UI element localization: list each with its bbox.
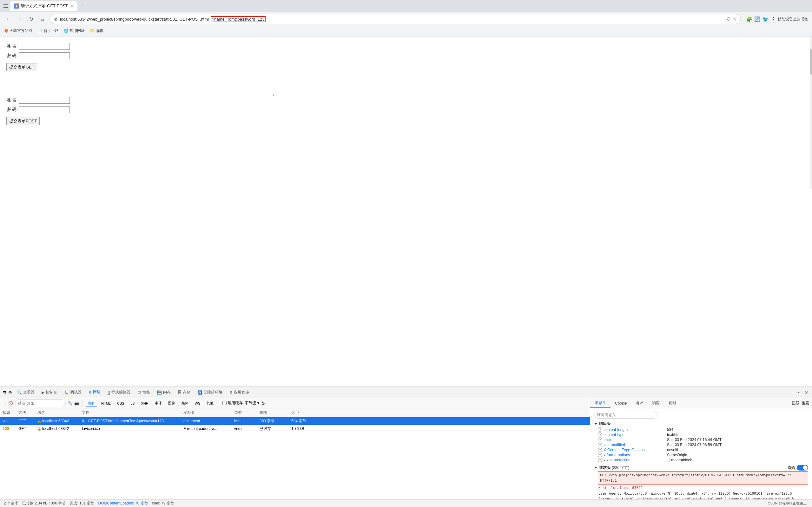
- submit-post-button[interactable]: 提交表单POST: [6, 117, 40, 125]
- devtools-more-button[interactable]: ⋯: [795, 389, 802, 396]
- get-name-input[interactable]: [19, 43, 70, 50]
- filter-xhr[interactable]: XHR: [139, 400, 150, 406]
- details-tab-headers[interactable]: 消息头: [590, 398, 610, 408]
- response-headers-section: ▼ 响应头 ? content-length: 584 ? content-ty…: [594, 421, 808, 462]
- filter-ws[interactable]: WS: [193, 400, 203, 406]
- reload-button[interactable]: ↻: [27, 14, 36, 23]
- browser-menu-icon[interactable]: [3, 3, 9, 9]
- permission-icon[interactable]: 🛡: [726, 16, 731, 21]
- get-password-input[interactable]: [19, 52, 70, 59]
- help-icon-date[interactable]: ?: [598, 438, 602, 442]
- sync-icon[interactable]: 🔄: [754, 16, 761, 22]
- address-bar[interactable]: localhost:63342/web_project/springboot-w…: [50, 14, 741, 24]
- devtools-tab-style-editor[interactable]: {} 样式编辑器: [104, 388, 134, 397]
- forward-button[interactable]: →: [15, 14, 24, 23]
- help-icon-content-type[interactable]: ?: [598, 433, 602, 437]
- pause-recording-icon[interactable]: ⏸: [3, 401, 6, 405]
- debugger-icon: 🐛: [64, 390, 69, 395]
- details-tab-timing[interactable]: 耗时: [664, 398, 680, 408]
- url-filter-input[interactable]: [15, 399, 66, 407]
- response-headers-toggle[interactable]: ▼ 响应头: [594, 421, 808, 427]
- filter-media[interactable]: 媒体: [179, 400, 191, 406]
- page-scrollbar-thumb[interactable]: [810, 49, 812, 74]
- submit-get-button[interactable]: 提交表单GET: [6, 63, 37, 71]
- settings-icon[interactable]: ⚙: [261, 401, 265, 406]
- devtools-tab-accessibility[interactable]: ♿ 无障碍环境: [194, 388, 225, 397]
- help-icon-last-modified[interactable]: ?: [598, 443, 602, 447]
- home-button[interactable]: ⌂: [38, 14, 47, 23]
- help-icon-xxss[interactable]: ?: [598, 458, 602, 462]
- bookmark-newbie[interactable]: 📄 新手上路: [38, 28, 58, 34]
- filter-font[interactable]: 字体: [153, 400, 164, 406]
- disable-cache-checkbox[interactable]: 禁用缓存: [222, 400, 243, 406]
- details-tab-request[interactable]: 请求: [631, 398, 648, 408]
- devtools-tab-application[interactable]: ⊞ 应用程序: [226, 388, 252, 397]
- url-highlight: ?name=Tom&password=123: [211, 16, 266, 22]
- devtools-tab-storage[interactable]: 🗄 存储: [174, 388, 194, 397]
- dom-loaded-link[interactable]: DOMContentLoaded: 70 毫秒: [98, 501, 148, 506]
- devtools-close-button[interactable]: ✕: [803, 389, 809, 396]
- tab-close-button[interactable]: ✕: [70, 3, 73, 9]
- resend-label[interactable]: 重发: [802, 400, 809, 406]
- network-row-favicon[interactable]: 200 GET 🔒 localhost:63342 favicon.ico Fa…: [0, 425, 590, 433]
- accessibility-icon: ♿: [197, 390, 202, 395]
- filter-other[interactable]: 其他: [204, 400, 216, 406]
- help-icon-xcto[interactable]: ?: [598, 448, 602, 452]
- bookmark-coding[interactable]: 📁 编程: [90, 28, 103, 34]
- throttle-label[interactable]: 不节流 ▾: [245, 400, 259, 406]
- filter-html[interactable]: HTML: [99, 400, 113, 406]
- search-requests-icon[interactable]: 🔍: [67, 401, 72, 405]
- devtools-tab-inspector[interactable]: 🔍 查看器: [14, 388, 38, 397]
- spacer: ●: [6, 78, 806, 87]
- page-content: 姓 名: 密 码: 提交表单GET ● 姓 名: 密 码: 提交表单POST: [0, 37, 812, 189]
- get-password-row: 密 码:: [6, 52, 806, 59]
- filter-all[interactable]: 所有: [86, 400, 97, 406]
- twitter-icon[interactable]: 🐦: [762, 16, 769, 22]
- help-icon-content-length[interactable]: ?: [598, 428, 602, 432]
- post-name-input[interactable]: [19, 97, 70, 104]
- menu-dots-icon[interactable]: ⋮: [771, 16, 776, 22]
- req-header-accept: Accept: text/html,application/xhtml+xml,…: [599, 496, 808, 499]
- filter-js[interactable]: JS: [129, 400, 137, 406]
- devtools-tab-network[interactable]: ⇅ 网络: [85, 388, 104, 397]
- row1-type: html: [233, 419, 258, 423]
- devtools-tab-performance[interactable]: ⏱ 性能: [134, 388, 153, 397]
- row2-type: vnd.mi...: [233, 427, 258, 431]
- devtools-dock-icon[interactable]: ⊟: [3, 390, 6, 395]
- request-line-highlight: GET /web_project/springboot-web-quicksta…: [598, 471, 808, 485]
- extensions-icon[interactable]: 🧩: [746, 16, 752, 22]
- network-row-get-post[interactable]: 200 GET 🔒 localhost:63342 01. GET-POST.h…: [0, 417, 590, 425]
- raw-toggle-switch[interactable]: [797, 465, 808, 470]
- row2-method: GET: [17, 427, 36, 431]
- devtools-tab-bar: ⊟ ⊕ 🔍 查看器 ▶ 控制台 🐛 调试器 ⇅ 网络 {} 样式编辑器 ⏱ 性能…: [0, 387, 812, 398]
- back-button[interactable]: ←: [4, 14, 13, 23]
- camera-snapshot-icon[interactable]: 📷: [74, 401, 79, 405]
- bookmark-common[interactable]: 🌐 常用网址: [64, 28, 85, 34]
- post-password-input[interactable]: [19, 106, 70, 113]
- bookmark-star-icon[interactable]: ☆: [733, 16, 737, 21]
- active-tab[interactable]: 请求方式演示-GET-POST ✕: [10, 1, 78, 11]
- help-icon-xfo[interactable]: ?: [598, 453, 602, 457]
- filter-image[interactable]: 图像: [166, 400, 177, 406]
- devtools-tab-memory[interactable]: 💾 内存: [154, 388, 174, 397]
- post-password-row: 密 码:: [6, 106, 806, 113]
- devtools-tab-debugger[interactable]: 🐛 调试器: [61, 388, 85, 397]
- devtools-tab-console[interactable]: ▶ 控制台: [38, 388, 60, 397]
- bookmark-firefox[interactable]: 🦊 火狐官方站点: [4, 28, 32, 34]
- filter-css[interactable]: CSS: [115, 400, 126, 406]
- post-name-row: 姓 名:: [6, 97, 806, 104]
- separator-1: [82, 401, 83, 406]
- header-filter-input[interactable]: [594, 411, 657, 418]
- url-base: localhost:63342/web_project/springboot-w…: [60, 17, 209, 21]
- row1-transfer: 890 字节: [258, 418, 290, 424]
- devtools-pick-icon[interactable]: ⊕: [8, 390, 12, 395]
- toolbar-icons: 🧩 🔄 🐦 ⋮ 移动设备上的书签: [746, 16, 808, 22]
- details-tab-response[interactable]: 响应: [648, 398, 664, 408]
- request-headers-toggle[interactable]: ▼ 请求头 (830 字节) 原始: [594, 465, 808, 470]
- mobile-bookmarks[interactable]: 移动设备上的书签: [778, 16, 808, 22]
- new-tab-button[interactable]: +: [79, 2, 87, 11]
- clear-requests-icon[interactable]: 🚫: [8, 401, 13, 405]
- details-tab-cookies[interactable]: Cookie: [610, 398, 631, 408]
- row2-status: 200: [1, 427, 17, 431]
- block-label[interactable]: 拦截: [792, 400, 799, 406]
